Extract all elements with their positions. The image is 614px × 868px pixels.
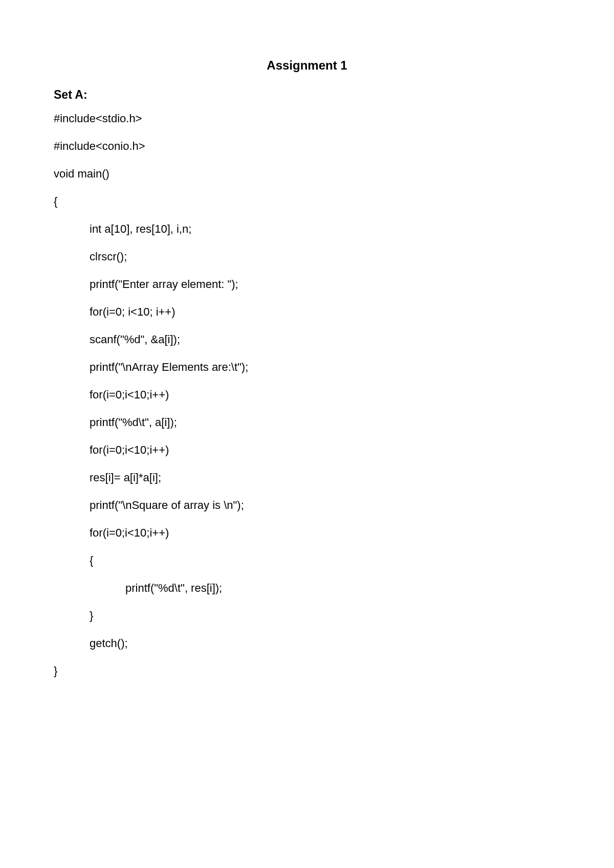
code-line: getch(); [54, 635, 560, 652]
code-line: res[i]= a[i]*a[i]; [54, 469, 560, 486]
code-line: printf("\nSquare of array is \n"); [54, 497, 560, 514]
code-line: clrscr(); [54, 248, 560, 265]
code-line: for(i=0;i<10;i++) [54, 441, 560, 458]
code-line: #include<stdio.h> [54, 110, 560, 127]
code-line: int a[10], res[10], i,n; [54, 220, 560, 237]
code-line: printf("Enter array element: "); [54, 276, 560, 293]
code-line: { [54, 552, 560, 569]
code-line: { [54, 193, 560, 210]
code-line: #include<conio.h> [54, 138, 560, 154]
code-line: } [54, 607, 560, 624]
code-line: scanf("%d", &a[i]); [54, 331, 560, 348]
document-title: Assignment 1 [54, 56, 560, 75]
code-line: for(i=0; i<10; i++) [54, 303, 560, 320]
code-line: for(i=0;i<10;i++) [54, 386, 560, 403]
code-line: printf("\nArray Elements are:\t"); [54, 359, 560, 375]
code-line: printf("%d\t", res[i]); [54, 580, 560, 596]
code-line: } [54, 662, 560, 679]
code-line: for(i=0;i<10;i++) [54, 524, 560, 541]
code-line: printf("%d\t", a[i]); [54, 414, 560, 431]
code-line: void main() [54, 165, 560, 182]
set-label: Set A: [54, 86, 560, 104]
